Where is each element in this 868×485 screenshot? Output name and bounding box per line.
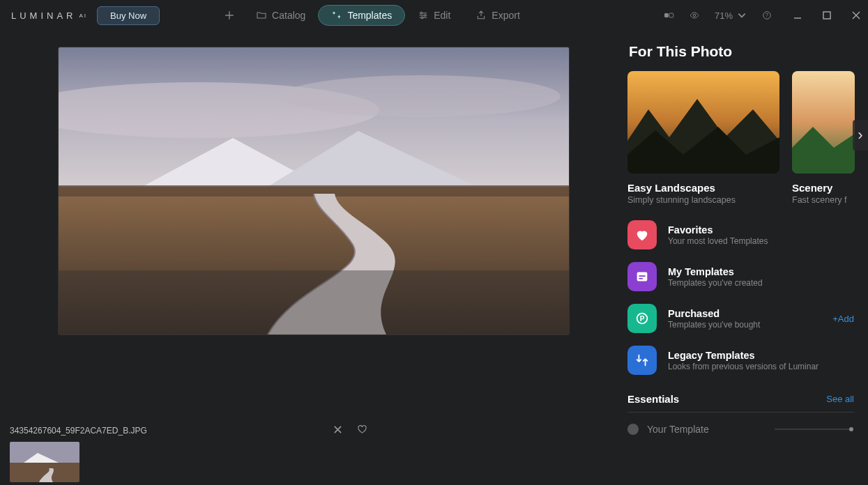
svg-text:?: ? xyxy=(766,13,768,17)
card-image xyxy=(627,71,779,174)
svg-rect-4 xyxy=(669,13,673,17)
category-title: My Templates xyxy=(668,266,854,277)
swap-icon xyxy=(634,353,650,368)
window-maximize[interactable] xyxy=(822,10,832,20)
sliders-icon xyxy=(418,10,429,21)
canvas-panel: 34354267604_59F2ACA7ED_B.JPG xyxy=(0,31,627,485)
app-logo: LUMINAR AI xyxy=(11,10,87,21)
essentials-title: Essentials xyxy=(627,393,679,405)
preview-toggle[interactable] xyxy=(690,10,699,20)
category-title: Favorites xyxy=(668,224,854,236)
file-info-row: 34354267604_59F2ACA7ED_B.JPG xyxy=(10,425,618,436)
card-image xyxy=(792,71,855,174)
sparkle-icon xyxy=(331,10,342,21)
file-name: 34354267604_59F2ACA7ED_B.JPG xyxy=(10,426,147,436)
essentials-see-all[interactable]: See all xyxy=(826,394,854,404)
category-legacy[interactable]: Legacy Templates Looks from previous ver… xyxy=(627,346,854,375)
category-sub: Templates you've bought xyxy=(668,320,821,330)
chevron-right-icon: › xyxy=(858,126,862,144)
folder-icon xyxy=(256,10,267,21)
nav-templates[interactable]: Templates xyxy=(318,5,405,26)
category-title: Purchased xyxy=(668,308,821,319)
nav-edit[interactable]: Edit xyxy=(405,6,463,25)
nav-templates-label: Templates xyxy=(347,10,392,21)
filmstrip: 34354267604_59F2ACA7ED_B.JPG xyxy=(0,425,627,485)
svg-point-5 xyxy=(693,14,696,17)
card-title: Easy Landscapes xyxy=(627,182,779,194)
for-this-photo-title: For This Photo xyxy=(629,43,868,60)
chevron-down-icon xyxy=(737,10,747,20)
svg-rect-3 xyxy=(664,13,669,17)
photo-image xyxy=(59,47,569,334)
thumbnail[interactable] xyxy=(10,442,79,482)
category-my-templates[interactable]: My Templates Templates you've created xyxy=(627,262,854,291)
compare-toggle[interactable] xyxy=(664,10,674,20)
card-title: Scenery xyxy=(792,182,855,194)
svg-rect-17 xyxy=(59,270,569,334)
your-template-row: Your Template xyxy=(627,424,868,435)
x-icon xyxy=(333,425,342,434)
svg-rect-27 xyxy=(639,275,645,277)
favorite-button[interactable] xyxy=(358,425,367,436)
thumbnail-image xyxy=(10,442,79,482)
svg-point-0 xyxy=(420,12,422,14)
minimize-icon xyxy=(793,10,802,20)
nav-edit-label: Edit xyxy=(434,10,450,21)
essentials-header: Essentials See all xyxy=(627,393,868,405)
category-sub: Looks from previous versions of Luminar xyxy=(668,362,854,371)
help-icon: ? xyxy=(762,10,772,20)
nav-export[interactable]: Export xyxy=(463,6,532,25)
templates-panel: For This Photo Easy Landscapes Simply st… xyxy=(627,31,868,485)
zoom-dropdown[interactable]: 71% xyxy=(715,10,747,21)
divider xyxy=(627,412,854,413)
template-strength-slider[interactable] xyxy=(775,429,851,430)
main-nav: Catalog Templates Edit Export xyxy=(215,5,533,26)
window-close[interactable] xyxy=(851,10,861,20)
card-sub: Fast scenery f xyxy=(792,195,855,205)
logo-text: LUMINAR xyxy=(11,10,77,21)
add-purchased-link[interactable]: +Add xyxy=(832,314,854,324)
svg-rect-28 xyxy=(639,278,643,279)
heart-icon xyxy=(358,425,367,434)
svg-rect-8 xyxy=(823,12,830,19)
window-minimize[interactable] xyxy=(793,10,802,20)
card-sub: Simply stunning landscapes xyxy=(627,195,779,205)
nav-export-label: Export xyxy=(492,10,519,21)
add-button[interactable] xyxy=(215,6,243,25)
nav-catalog[interactable]: Catalog xyxy=(243,6,318,25)
purchase-icon: P xyxy=(634,311,650,326)
zoom-value: 71% xyxy=(715,10,733,21)
category-sub: Templates you've created xyxy=(668,278,854,288)
svg-text:P: P xyxy=(640,315,645,323)
template-card-easy-landscapes[interactable]: Easy Landscapes Simply stunning landscap… xyxy=(627,71,779,205)
suggested-templates-row: Easy Landscapes Simply stunning landscap… xyxy=(627,71,868,205)
eye-icon xyxy=(690,10,699,20)
svg-point-1 xyxy=(425,15,427,17)
category-sub: Your most loved Templates xyxy=(668,236,854,246)
svg-point-2 xyxy=(422,17,424,19)
scroll-right-button[interactable]: › xyxy=(853,120,868,151)
category-title: Legacy Templates xyxy=(668,350,854,361)
heart-icon xyxy=(634,227,650,243)
export-icon xyxy=(475,10,487,21)
buy-now-button[interactable]: Buy Now xyxy=(97,6,160,25)
template-dot-icon xyxy=(627,424,639,435)
close-icon xyxy=(851,10,861,20)
template-categories: Favorites Your most loved Templates My T… xyxy=(627,220,868,375)
template-card-scenery[interactable]: Scenery Fast scenery f xyxy=(792,71,855,205)
svg-point-11 xyxy=(282,75,561,117)
maximize-icon xyxy=(822,10,832,20)
logo-sup: AI xyxy=(79,13,88,19)
topbar-right: 71% ? xyxy=(664,10,861,21)
card-icon xyxy=(634,269,650,284)
your-template-label: Your Template xyxy=(647,424,709,435)
category-favorites[interactable]: Favorites Your most loved Templates xyxy=(627,220,854,249)
help-button[interactable]: ? xyxy=(762,10,772,20)
plus-icon xyxy=(224,10,235,21)
photo-canvas[interactable] xyxy=(59,47,569,334)
reject-button[interactable] xyxy=(333,425,342,436)
main-area: 34354267604_59F2ACA7ED_B.JPG For This Ph… xyxy=(0,31,868,485)
category-purchased[interactable]: P Purchased Templates you've bought +Add xyxy=(627,304,854,333)
top-bar: LUMINAR AI Buy Now Catalog Templates Edi… xyxy=(0,0,868,31)
nav-catalog-label: Catalog xyxy=(272,10,305,21)
